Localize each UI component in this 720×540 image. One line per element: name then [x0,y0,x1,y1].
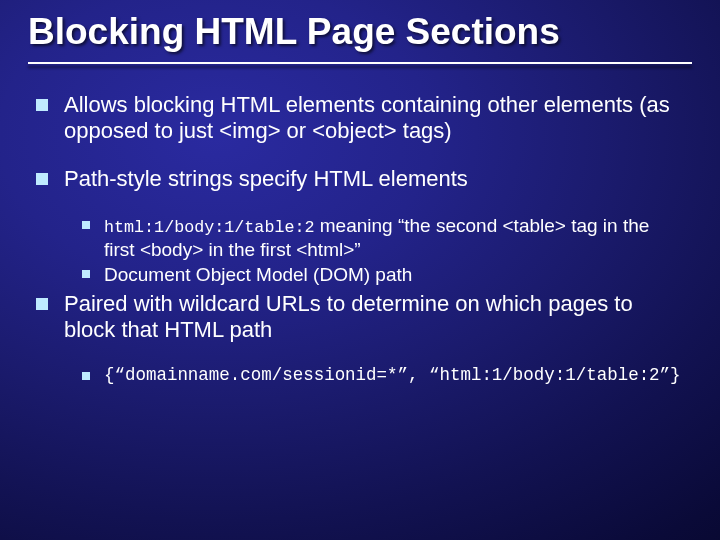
bullet-2-subs: html:1/body:1/table:2 meaning “the secon… [36,214,684,287]
slide-title: Blocking HTML Page Sections [28,12,692,53]
square-bullet-icon [36,298,48,310]
bullet-1-text: Allows blocking HTML elements containing… [64,92,684,144]
square-bullet-icon [82,372,90,380]
square-bullet-icon [82,221,90,229]
title-underline [28,62,692,64]
bullet-3-subs: {“domainname.com/sessionid=*”, “html:1/b… [36,365,684,386]
bullet-3-sub-1-code: {“domainname.com/sessionid=*”, “html:1/b… [104,365,684,386]
bullet-2-sub-1-text: html:1/body:1/table:2 meaning “the secon… [104,214,684,262]
bullet-2: Path-style strings specify HTML elements [36,166,684,192]
bullet-2-sub-2: Document Object Model (DOM) path [82,263,684,286]
slide: Blocking HTML Page Sections Allows block… [0,0,720,540]
slide-body: Allows blocking HTML elements containing… [36,92,684,520]
bullet-2-sub-2-text: Document Object Model (DOM) path [104,263,684,286]
code-path: html:1/body:1/table:2 [104,218,315,237]
bullet-3-text: Paired with wildcard URLs to determine o… [64,291,684,343]
square-bullet-icon [36,173,48,185]
bullet-2-text: Path-style strings specify HTML elements [64,166,684,192]
bullet-3: Paired with wildcard URLs to determine o… [36,291,684,343]
bullet-2-sub-1: html:1/body:1/table:2 meaning “the secon… [82,214,684,262]
square-bullet-icon [82,270,90,278]
bullet-1: Allows blocking HTML elements containing… [36,92,684,144]
square-bullet-icon [36,99,48,111]
bullet-3-sub-1: {“domainname.com/sessionid=*”, “html:1/b… [82,365,684,386]
